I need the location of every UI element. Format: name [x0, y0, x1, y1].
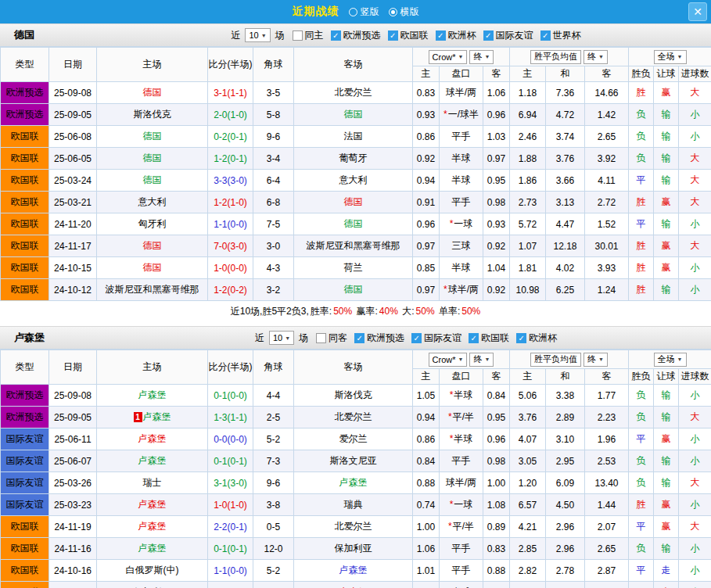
home-team-cell: 德国 — [97, 82, 208, 104]
competition-cell: 欧国联 — [1, 192, 49, 213]
layout-vertical-option[interactable]: 竖版 — [349, 5, 379, 19]
home-odds-cell: 1.01 — [413, 560, 440, 582]
match-count-select[interactable]: 10▼ — [245, 28, 270, 42]
away-team-name: 瑞典 — [344, 499, 363, 510]
sub-column-header: 客 — [585, 369, 629, 385]
avg-odds-label[interactable]: 胜平负均值 — [530, 50, 581, 64]
result-cell: 胜 — [629, 192, 654, 213]
competition-filter[interactable]: ✓欧国联 — [388, 29, 429, 42]
competition-filter[interactable]: ✓国际友谊 — [483, 29, 533, 42]
scope-select-value: 全场 — [658, 353, 675, 365]
odds-provider-select[interactable]: Crow*▼ — [429, 50, 468, 64]
avg-draw-cell: 7.36 — [546, 82, 585, 104]
matches-label: 场 — [299, 332, 308, 345]
home-team-name: 德国 — [143, 174, 162, 185]
checkbox-checked-icon[interactable]: ✓ — [436, 30, 446, 41]
result-cell: 平 — [629, 213, 654, 235]
corners-cell: 3-2 — [253, 279, 294, 301]
result-cell: 胜 — [629, 494, 654, 516]
corners-column-header: 角球 — [253, 48, 294, 82]
handicap-cell: *一球 — [440, 213, 483, 235]
away-team-name: 卢森堡 — [339, 477, 368, 488]
results-table: 类型日期主场比分(半场)角球客场Crow*▼终▼胜平负均值终▼全场▼主盘口客主和… — [0, 47, 711, 301]
goals-total-cell: 大 — [679, 407, 711, 428]
checkbox-checked-icon[interactable]: ✓ — [388, 30, 398, 41]
competition-cell: 欧国联 — [1, 582, 49, 588]
avg-away-cell: 3.92 — [585, 148, 629, 170]
checkbox-unchecked-icon[interactable] — [316, 333, 326, 343]
table-row: 欧国联25-03-21意大利1-2(1-0)6-8德国0.91平手0.982.7… — [1, 192, 711, 213]
handicap-text: 球半/两 — [446, 477, 476, 488]
checkbox-checked-icon[interactable]: ✓ — [540, 30, 551, 41]
avg-home-cell: 1.07 — [510, 235, 546, 257]
team-name: 卢森堡 — [14, 331, 100, 345]
goals-total-cell: 大 — [679, 148, 711, 170]
away-team-name: 爱尔兰 — [339, 433, 368, 444]
handicap-cell: *一球 — [440, 494, 483, 516]
odds-stage-select[interactable]: 终▼ — [469, 353, 494, 367]
avg-draw-cell: 4.72 — [546, 104, 585, 126]
result-cell: 平 — [629, 516, 654, 538]
avg-stage-select[interactable]: 终▼ — [584, 50, 608, 64]
avg-odds-label[interactable]: 胜平负均值 — [530, 353, 581, 367]
avg-draw-cell: 2.78 — [546, 560, 585, 582]
avg-away-cell: 2.87 — [585, 560, 629, 582]
score-cell: 0-1(0-1) — [208, 538, 253, 560]
competition-cell: 国际友谊 — [1, 494, 49, 516]
avg-home-cell: 2.46 — [510, 126, 546, 148]
corners-cell: 5-2 — [253, 560, 294, 582]
sub-column-header: 胜负 — [629, 369, 654, 385]
close-button[interactable]: ✕ — [688, 2, 707, 21]
table-row: 欧洲预选25-09-051卢森堡1-3(1-1)2-5北爱尔兰0.94*平/半0… — [1, 407, 711, 428]
handicap-cell: 三球 — [440, 235, 483, 257]
checkbox-checked-icon[interactable]: ✓ — [469, 333, 479, 343]
home-odds-cell: 0.94 — [413, 582, 440, 588]
table-row: 欧洲预选25-09-05斯洛伐克2-0(1-0)5-8德国0.93*一/球半0.… — [1, 104, 711, 126]
away-odds-cell: 1.05 — [483, 582, 510, 588]
table-row: 欧国联25-06-08德国0-2(0-1)9-6法国0.86平手1.032.46… — [1, 126, 711, 148]
scope-select[interactable]: 全场▼ — [654, 353, 687, 367]
away-team-name: 德国 — [344, 109, 363, 120]
match-count-select[interactable]: 10▼ — [269, 331, 294, 345]
competition-filter[interactable]: 同客 — [316, 332, 347, 345]
competition-cell: 国际友谊 — [1, 450, 49, 472]
score-column-header: 比分(半场) — [208, 48, 253, 82]
chevron-down-icon: ▼ — [677, 357, 683, 362]
corners-cell: 9-6 — [253, 472, 294, 494]
odds-provider-select[interactable]: Crow*▼ — [429, 353, 468, 367]
checkbox-checked-icon[interactable]: ✓ — [331, 30, 341, 41]
checkbox-unchecked-icon[interactable] — [293, 30, 303, 41]
checkbox-checked-icon[interactable]: ✓ — [516, 333, 526, 343]
checkbox-checked-icon[interactable]: ✓ — [354, 333, 364, 343]
competition-filter[interactable]: ✓欧洲杯 — [516, 332, 557, 345]
handicap-cell: 平手 — [440, 126, 483, 148]
away-odds-cell: 0.88 — [483, 560, 510, 582]
competition-filter[interactable]: ✓欧洲杯 — [436, 29, 476, 42]
competition-filter[interactable]: 同主 — [293, 29, 324, 42]
layout-horizontal-option[interactable]: 横版 — [389, 5, 419, 19]
competition-filter[interactable]: ✓世界杯 — [540, 29, 581, 42]
odds-stage-select[interactable]: 终▼ — [469, 50, 494, 64]
checkbox-checked-icon[interactable]: ✓ — [483, 30, 494, 41]
handicap-result-cell: 输 — [654, 170, 679, 192]
competition-filter[interactable]: ✓欧洲预选 — [331, 29, 381, 42]
summary-line: 近10场,胜5平2负3,胜率:50% 赢率:40% 大:50% 单率:50% — [0, 301, 711, 321]
competition-filter[interactable]: ✓欧国联 — [469, 332, 509, 345]
home-team-name: 卢森堡 — [138, 433, 167, 444]
table-row: 欧国联24-10-13保加利亚0-0(0-0)6-3卢森堡0.94半球1.051… — [1, 582, 711, 588]
germany-section: 德国近10▼场同主✓欧洲预选✓欧国联✓欧洲杯✓国际友谊✓世界杯类型日期主场比分(… — [0, 23, 711, 321]
handicap-result-cell: 走 — [654, 560, 679, 582]
competition-cell: 欧国联 — [1, 170, 49, 192]
date-cell: 25-09-08 — [49, 385, 97, 407]
away-team-cell: 瑞典 — [294, 494, 413, 516]
avg-stage-select[interactable]: 终▼ — [584, 353, 608, 367]
checkbox-checked-icon[interactable]: ✓ — [411, 333, 422, 343]
handicap-result-cell: 输 — [654, 104, 679, 126]
home-team-name: 卢森堡 — [138, 521, 167, 532]
home-odds-cell: 0.96 — [413, 213, 440, 235]
scope-select[interactable]: 全场▼ — [654, 50, 687, 64]
near-label: 近 — [255, 332, 264, 345]
filter-label: 国际友谊 — [496, 29, 533, 42]
competition-filter[interactable]: ✓欧洲预选 — [354, 332, 404, 345]
competition-filter[interactable]: ✓国际友谊 — [411, 332, 461, 345]
